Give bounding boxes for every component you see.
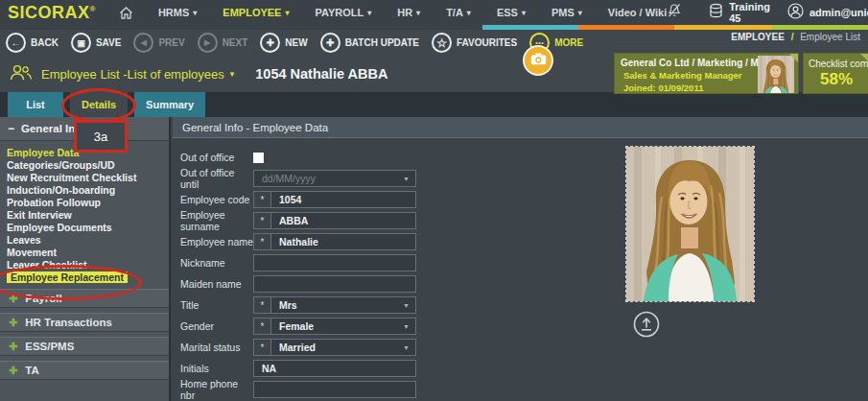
- nav-menu-item[interactable]: HR ▾: [397, 7, 420, 18]
- new-icon: ✚: [260, 33, 280, 53]
- text-input[interactable]: [253, 381, 416, 398]
- sidebar-item[interactable]: Employee Documents: [7, 221, 169, 233]
- toolbar-button[interactable]: ▶ NEXT: [198, 33, 248, 53]
- field-label: Out of office until: [180, 167, 253, 190]
- caret-down-icon: ▾: [193, 9, 197, 17]
- toolbar-button[interactable]: ◀ PREV: [133, 33, 184, 53]
- employee-form: Out of office Out of office until dd/MM/…: [173, 138, 868, 400]
- nav-menu-item[interactable]: ESS ▾: [497, 7, 526, 18]
- caret-down-icon: ▾: [522, 9, 526, 17]
- form-row: Employee code * 1054: [173, 189, 868, 210]
- toolbar-button[interactable]: ← BACK: [6, 33, 59, 53]
- prev-icon: ◀: [133, 33, 153, 53]
- form-row: Out of office: [173, 147, 868, 168]
- form-row: Marital status * Married ▼: [173, 337, 868, 358]
- main-menu: HRMS ▾ EMPLOYEE ▾ PAYROLL ▾ HR ▾ T/A ▾ E…: [158, 7, 667, 18]
- toolbar-button[interactable]: ✚ BATCH UPDATE: [320, 33, 419, 53]
- nav-menu-item[interactable]: PMS ▾: [551, 7, 582, 18]
- nav-menu-item[interactable]: Video / Wiki: [608, 7, 667, 18]
- nav-menu-item[interactable]: EMPLOYEE ▾: [223, 7, 289, 18]
- dropdown-caret-icon: ▼: [403, 344, 415, 351]
- toolbar-button[interactable]: ✚ NEW: [260, 33, 307, 53]
- people-icon: [10, 64, 33, 84]
- required-marker: *: [254, 297, 271, 313]
- form-row: Nickname: [173, 252, 868, 273]
- notifications-muted-icon[interactable]: [667, 3, 682, 22]
- sidebar-item[interactable]: Leaves: [7, 233, 169, 246]
- text-input[interactable]: * ABBA: [253, 212, 416, 229]
- breadcrumb-divider: /: [791, 32, 794, 42]
- caret-down-icon: ▾: [416, 9, 420, 17]
- text-input[interactable]: * Nathalie: [253, 233, 416, 250]
- sidebar-item[interactable]: Induction/On-boarding: [7, 183, 169, 196]
- top-nav-right: Training 45 admin@unic: [667, 1, 868, 24]
- page-title[interactable]: Employee List -List of employees: [41, 67, 224, 82]
- form-row: Out of office until dd/MM/yyyy ▼: [173, 168, 868, 189]
- nav-menu-item[interactable]: PAYROLL ▾: [315, 7, 371, 18]
- form-row: Employee name * Nathalie: [173, 231, 868, 252]
- environment-selector[interactable]: Training 45: [709, 1, 770, 24]
- title-caret-icon[interactable]: ▾: [230, 69, 235, 79]
- nav-menu-item[interactable]: T/A ▾: [446, 7, 471, 18]
- sidebar-section-collapsed[interactable]: ✚ HR Transactions: [0, 313, 169, 332]
- checklist-card: Checklist complete 58%: [803, 53, 868, 94]
- plus-icon: ✚: [9, 341, 17, 353]
- select-input[interactable]: * Married ▼: [253, 339, 416, 356]
- sidebar-section-collapsed[interactable]: ✚ ESS/PMS: [0, 337, 169, 356]
- camera-badge[interactable]: [523, 45, 553, 76]
- select-input[interactable]: dd/MM/yyyy ▼: [253, 170, 416, 187]
- batch-update-icon: ✚: [320, 33, 340, 53]
- user-menu[interactable]: admin@unic: [787, 3, 868, 23]
- checkbox[interactable]: [253, 153, 264, 163]
- text-input[interactable]: [253, 254, 416, 271]
- field-label: Out of office: [180, 152, 253, 163]
- form-row: Gender * Female ▼: [173, 316, 868, 337]
- toolbar-buttons: ← BACK ▣ SAVE ◀ PREV ▶ NEXT ✚ NEW ✚ BATC…: [6, 33, 583, 53]
- annotation-step-label: 3a: [74, 120, 128, 153]
- form-row: Employee surname * ABBA: [173, 210, 868, 231]
- plus-icon: ✚: [9, 317, 17, 329]
- sidebar-section-collapsed[interactable]: ✚ TA: [0, 361, 169, 380]
- user-icon: [787, 3, 804, 23]
- form-row: Initials NA: [173, 358, 868, 379]
- toolbar-button[interactable]: ☆ FAVOURITES: [432, 33, 517, 53]
- field-label: Initials: [180, 363, 253, 374]
- text-input[interactable]: * 1054: [253, 191, 416, 208]
- upload-photo-button[interactable]: [632, 310, 661, 339]
- form-row: Maiden name: [173, 273, 868, 295]
- dropdown-caret-icon: ▼: [403, 302, 415, 309]
- breadcrumb-section[interactable]: EMPLOYEE: [731, 32, 785, 42]
- checklist-percentage: 58%: [804, 70, 868, 89]
- field-label: Gender: [180, 320, 253, 332]
- required-marker: *: [254, 234, 271, 249]
- required-marker: *: [254, 318, 271, 334]
- caret-down-icon: ▾: [367, 9, 371, 17]
- required-marker: *: [254, 192, 271, 207]
- sidebar-item[interactable]: New Recruitment Checklist: [7, 171, 169, 183]
- tab[interactable]: Summary: [134, 92, 205, 117]
- select-input[interactable]: * Female ▼: [253, 318, 416, 335]
- org-info-card: General Co Ltd / Marketing / Market Sale…: [614, 53, 799, 94]
- sidebar-item[interactable]: Exit Interview: [7, 208, 169, 221]
- home-icon[interactable]: [119, 7, 133, 19]
- employee-photo[interactable]: [625, 146, 755, 302]
- sidebar-item[interactable]: Movement: [7, 246, 169, 258]
- checklist-label: Checklist complete: [804, 59, 868, 69]
- field-label: Marital status: [180, 342, 253, 353]
- caret-down-icon: ▾: [285, 9, 289, 17]
- text-input[interactable]: [253, 275, 416, 293]
- dropdown-caret-icon: ▼: [403, 323, 415, 330]
- field-label: Employee name: [180, 236, 253, 248]
- select-input[interactable]: * Mrs ▼: [253, 296, 416, 314]
- toolbar-button[interactable]: ▣ SAVE: [71, 33, 122, 53]
- text-input[interactable]: NA: [253, 360, 416, 377]
- field-label: Nickname: [180, 257, 253, 269]
- camera-icon: [530, 52, 547, 69]
- sidebar-item[interactable]: Probation Followup: [7, 196, 169, 208]
- sidebar-item[interactable]: Categories/Groups/UD: [7, 158, 169, 171]
- tab[interactable]: List: [8, 92, 63, 117]
- form-row: Title * Mrs ▼: [173, 295, 868, 316]
- back-icon: ←: [6, 33, 26, 53]
- nav-menu-item[interactable]: HRMS ▾: [158, 7, 197, 18]
- breadcrumb-page[interactable]: Employee List: [800, 32, 860, 42]
